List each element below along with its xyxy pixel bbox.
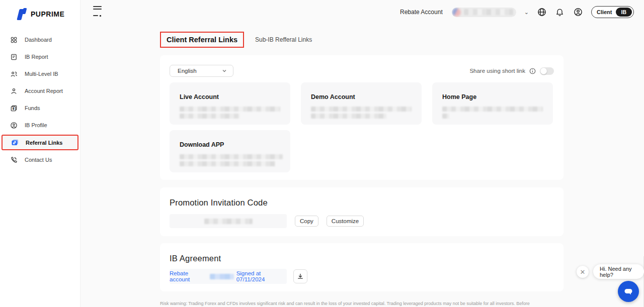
users-icon [10,70,18,78]
notifications-button[interactable] [555,7,565,17]
profile-button[interactable] [573,7,583,17]
referral-url-redacted[interactable] [442,114,449,119]
download-agreement-button[interactable] [293,269,307,283]
language-globe-button[interactable] [537,7,547,17]
account-flag-icon [452,8,461,17]
risk-warning-line1: Risk warning: Trading Forex and CFDs inv… [160,301,545,307]
sidebar: PUPRIME Dashboard IB Report Multi-Level … [0,0,80,307]
profile-icon [10,122,18,129]
link-card-title: Demo Account [311,93,412,100]
chevron-down-icon [222,68,227,73]
main-content: Client Referral Links Sub-IB Refferal Li… [160,24,564,307]
chat-help-bubble[interactable]: Hi. Need any help? [593,264,644,279]
top-header: Rebate Account ⌄ Client IB [80,0,644,24]
role-ib-badge: IB [616,8,632,17]
bell-icon [555,8,564,17]
brand-name: PUPRIME [31,10,64,18]
short-link-toggle[interactable] [540,67,554,75]
link-card-live-account: Live Account [170,82,290,125]
referral-url-redacted[interactable] [442,107,543,112]
user-circle-icon [574,8,583,17]
referral-url-redacted[interactable] [180,107,280,112]
invitation-code-redacted [204,219,253,224]
promotion-code-card: Promotion Invitation Code Copy Customize [160,187,564,236]
phone-icon [10,156,18,164]
account-number-redacted [464,9,513,15]
risk-warning: Risk warning: Trading Forex and CFDs inv… [160,301,545,307]
sidebar-item-label: Contact Us [25,157,52,163]
collapse-menu-icon[interactable] [93,5,102,20]
link-card-download-app: Download APP [170,130,290,172]
link-card-demo-account: Demo Account [301,82,422,125]
sidebar-item-label: Multi-Level IB [25,71,58,77]
rebate-account-label: Rebate Account [400,9,443,16]
chat-bubble-icon [623,286,634,297]
sidebar-item-account-report[interactable]: Account Report [0,83,80,98]
sidebar-item-label: IB Profile [25,122,47,128]
person-icon [10,87,18,95]
close-icon: ✕ [580,268,586,276]
tab-client-referral-links[interactable]: Client Referral Links [160,32,244,48]
promotion-code-title: Promotion Invitation Code [170,198,554,208]
ib-agreement-card: IB Agreement Rebate account Signed at 07… [160,243,564,291]
sidebar-item-ib-profile[interactable]: IB Profile [0,118,80,133]
referral-url-redacted[interactable] [311,107,412,112]
copy-button[interactable]: Copy [295,216,318,227]
sidebar-item-dashboard[interactable]: Dashboard [0,32,80,47]
language-select-value: English [178,68,197,74]
chevron-down-icon[interactable]: ⌄ [524,9,529,16]
chat-launcher-button[interactable] [618,281,639,302]
link-card-title: Download APP [180,141,280,148]
sidebar-item-label: IB Report [25,54,48,60]
sidebar-item-label: Funds [25,105,40,111]
document-icon [10,53,18,61]
sidebar-item-label: Referral Links [26,140,62,146]
link-card-title: Live Account [180,93,280,100]
agreement-text-prefix: Rebate account [170,270,207,282]
referral-url-redacted[interactable] [180,154,283,159]
sidebar-item-ib-report[interactable]: IB Report [0,49,80,64]
link-card-home-page: Home Page [432,82,553,125]
sidebar-item-label: Dashboard [25,37,52,43]
download-icon [297,273,304,280]
referral-url-redacted[interactable] [180,114,240,119]
sidebar-item-contact-us[interactable]: Contact Us [0,152,80,167]
sidebar-item-multi-level-ib[interactable]: Multi-Level IB [0,66,80,81]
referral-url-redacted[interactable] [180,161,275,166]
account-selector[interactable] [452,8,516,17]
sidebar-item-funds[interactable]: $ Funds [0,100,80,116]
agreement-text-suffix: Signed at 07/11/2024 [236,270,287,282]
sidebar-item-label: Account Report [25,88,63,94]
customize-button[interactable]: Customize [327,216,364,227]
referral-links-icon [11,139,19,146]
language-select[interactable]: English [170,65,233,77]
referral-url-redacted[interactable] [311,114,386,119]
dashboard-icon [10,36,18,44]
agreement-link[interactable]: Rebate account Signed at 07/11/2024 [170,269,287,284]
globe-icon [537,8,546,17]
info-icon[interactable] [529,68,536,74]
funds-icon: $ [10,105,18,112]
agreement-account-redacted [210,274,234,279]
invitation-code-box [170,214,287,228]
role-client-label: Client [597,9,612,15]
svg-text:$: $ [13,107,15,110]
ib-agreement-title: IB Agreement [170,254,554,263]
chat-help-text: Hi. Need any help? [600,266,637,278]
sidebar-nav: Dashboard IB Report Multi-Level IB Accou… [0,32,80,167]
referral-links-card: English Share using short link Live Acco… [160,55,564,180]
chat-close-button[interactable]: ✕ [577,266,589,278]
brand-logo: PUPRIME [0,0,80,22]
client-ib-switch[interactable]: Client IB [591,6,634,18]
referral-tabs: Client Referral Links Sub-IB Refferal Li… [160,32,564,48]
tab-sub-ib-referral-links[interactable]: Sub-IB Refferal Links [255,36,312,43]
sidebar-item-referral-links[interactable]: Referral Links [2,135,78,150]
share-short-link-label: Share using short link [469,68,525,74]
puprime-logo-icon [18,8,27,20]
link-card-title: Home Page [442,93,543,100]
